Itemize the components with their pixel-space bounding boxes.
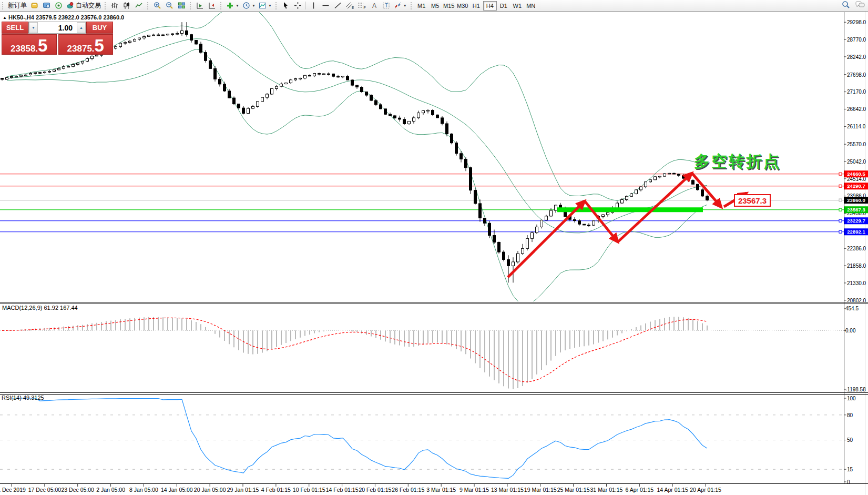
toolbar-grip[interactable] [190, 2, 192, 9]
price-axis[interactable]: 29298.028770.028242.027698.027170.026642… [844, 12, 868, 495]
timeframe-M30[interactable]: M30 [456, 1, 469, 11]
sell-button[interactable]: SELL [2, 22, 28, 34]
candle [697, 184, 699, 191]
volume-input[interactable]: 1.00 [38, 22, 77, 33]
candle [200, 42, 202, 53]
candlestick-type-button[interactable] [121, 1, 133, 11]
ask-price-box[interactable]: 23875.5 [58, 34, 114, 55]
zoom-in-button[interactable] [151, 1, 164, 11]
line-chart-type-button[interactable] [133, 1, 145, 11]
candle [673, 173, 676, 174]
candle [484, 218, 486, 226]
timeframe-group: M1M5M15M30H1H4D1W1MN [415, 1, 538, 11]
toolbar-grip[interactable] [411, 2, 413, 9]
caret-down-icon: ▼ [32, 26, 35, 29]
add-indicator-button[interactable]: ▼ [224, 1, 241, 11]
chart-shift-button[interactable] [206, 1, 218, 11]
time-axis-label: 9 Mar 01:15 [459, 487, 489, 493]
signals-icon[interactable] [53, 1, 65, 11]
periods-button[interactable]: ▼ [241, 1, 257, 11]
new-order-label: 新订单 [8, 1, 27, 10]
collapse-panel-icon[interactable]: ▴ [4, 15, 6, 20]
volume-spinner: ▼ 1.00 ▲ [28, 22, 86, 34]
equidistant-channel-tool-button[interactable]: E [344, 1, 356, 11]
bid-price-box[interactable]: 23858.5 [2, 34, 57, 55]
candle [186, 22, 188, 37]
vertical-line-tool-button[interactable] [308, 1, 320, 11]
timeframe-M5[interactable]: M5 [428, 1, 442, 11]
candle [313, 73, 316, 77]
horizontal-line-tool-button[interactable] [320, 1, 332, 11]
timeframe-M15[interactable]: M15 [442, 1, 456, 11]
time-axis-label: 14 Apr 01:15 [657, 487, 688, 493]
candle [479, 199, 482, 221]
candle [34, 72, 37, 74]
candle [351, 79, 354, 86]
volume-increase-button[interactable]: ▲ [77, 22, 86, 33]
buy-button[interactable]: BUY [86, 22, 113, 34]
candle [328, 73, 330, 76]
label-letter: T [385, 3, 388, 8]
crosshair-tool-button[interactable] [292, 1, 304, 11]
candle [403, 117, 406, 125]
chart-canvas[interactable]: 29298.028770.028242.027698.027170.026642… [0, 0, 868, 495]
text-letter: A [372, 2, 376, 9]
time-axis-label: 25 Mar 01:15 [557, 487, 590, 493]
autotrading-button[interactable]: 自动交易 [65, 1, 103, 11]
trend-arrow [585, 201, 618, 242]
trendline-tool-button[interactable] [332, 1, 344, 11]
trend-arrows[interactable] [508, 173, 747, 277]
text-label-tool-button[interactable]: T [380, 1, 392, 11]
candle [503, 250, 505, 261]
candle [701, 188, 704, 197]
turning-point-annotation[interactable]: 多空转折点 [694, 151, 781, 173]
history-center-icon[interactable] [28, 1, 40, 11]
text-tool-button[interactable]: A [368, 1, 380, 11]
support-level-box[interactable]: 23567.3 [734, 194, 771, 207]
candle [63, 65, 65, 69]
time-axis-label: 17 Dec 05:00 [28, 487, 61, 493]
candle [134, 38, 136, 42]
toolbar-grip[interactable] [147, 2, 150, 9]
toolbar-grip[interactable] [275, 2, 278, 9]
fibonacci-tool-button[interactable]: F [356, 1, 368, 11]
dropdown-caret-icon: ▼ [403, 4, 407, 7]
candle [526, 235, 529, 250]
templates-button[interactable]: ▼ [257, 1, 273, 11]
candle [668, 173, 671, 174]
candle [214, 66, 217, 82]
volume-decrease-button[interactable]: ▼ [29, 22, 38, 33]
time-axis-label: 20 Jan 05:00 [194, 487, 226, 493]
timeframe-W1[interactable]: W1 [510, 1, 524, 11]
symbol-title: ▴ HK50-,H4 23579.5 23922.0 23576.0 23860… [4, 14, 124, 21]
timeframe-D1[interactable]: D1 [497, 1, 510, 11]
bar-chart-type-button[interactable] [109, 1, 121, 11]
time-axis-label: 10 Feb 01:15 [293, 487, 325, 493]
candle [181, 22, 183, 36]
timeframe-M1[interactable]: M1 [415, 1, 428, 11]
market-watch-icon[interactable] [40, 1, 53, 11]
macd-axis-label: 0.00 [845, 328, 856, 334]
auto-scroll-button[interactable] [194, 1, 206, 11]
chat-icon[interactable] [855, 1, 865, 11]
candle [654, 176, 657, 180]
search-icon[interactable] [842, 1, 850, 11]
candle [417, 111, 420, 119]
time-axis-label: 20 Feb 01:15 [359, 487, 392, 493]
tile-windows-button[interactable] [176, 1, 188, 11]
timeframe-MN[interactable]: MN [524, 1, 538, 11]
timeframe-H4[interactable]: H4 [483, 1, 497, 11]
candle [39, 73, 42, 74]
toolbar-grip[interactable] [2, 2, 5, 9]
arrows-tool-button[interactable]: ▼ [392, 1, 409, 11]
candle [299, 78, 302, 80]
macd-pane [0, 317, 844, 389]
toolbar-grip[interactable] [220, 2, 223, 9]
timeframe-H1[interactable]: H1 [469, 1, 483, 11]
toolbar-grip[interactable] [105, 2, 107, 9]
zoom-out-button[interactable] [164, 1, 176, 11]
rsi-axis-label: 15 [847, 467, 853, 472]
cursor-tool-button[interactable] [280, 1, 292, 11]
new-order-button[interactable]: 新订单 [6, 1, 28, 11]
candle [540, 219, 543, 228]
